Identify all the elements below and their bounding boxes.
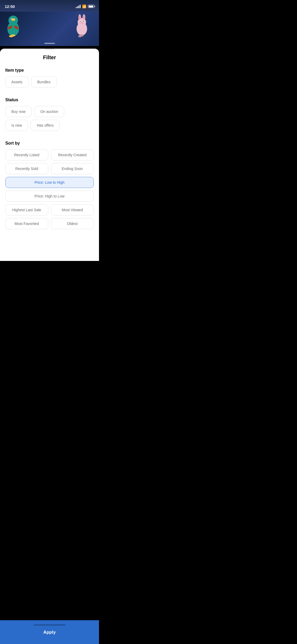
status-row-2: Is new Has offers	[5, 120, 94, 131]
sort-oldest[interactable]: Oldest	[51, 218, 94, 229]
svg-point-19	[81, 22, 83, 24]
sheet-title: Filter	[0, 50, 99, 63]
sort-price-low-high[interactable]: Price: Low to High	[5, 177, 94, 188]
status-section: Status Buy now On auction Is new Has off…	[0, 93, 99, 136]
sort-row-1: Recently Listed Recently Created	[5, 149, 94, 160]
status-row-1: Buy now On auction	[5, 106, 94, 117]
sort-row-6: Most Favorited Oldest	[5, 218, 94, 229]
item-type-assets[interactable]: Assets	[5, 76, 29, 88]
sort-by-label: Sort by	[5, 141, 94, 146]
svg-point-14	[83, 15, 85, 20]
status-bar: 12:50 📶	[0, 0, 99, 12]
hero-figure-right	[73, 14, 91, 38]
svg-point-13	[79, 15, 81, 20]
hero-figure-left	[3, 13, 24, 39]
sort-row-4: Price: High to Low	[5, 191, 94, 202]
sort-highest-last-sale[interactable]: Highest Last Sale	[5, 204, 48, 215]
svg-point-18	[83, 21, 84, 22]
status-label: Status	[5, 98, 94, 102]
sort-most-favorited[interactable]: Most Favorited	[5, 218, 48, 229]
svg-point-16	[80, 21, 81, 22]
battery-icon	[88, 5, 94, 8]
status-icons: 📶	[76, 4, 94, 8]
status-on-auction[interactable]: On auction	[34, 106, 64, 117]
drag-handle[interactable]	[44, 43, 55, 44]
sort-price-high-low[interactable]: Price: High to Low	[5, 191, 94, 202]
status-has-offers[interactable]: Has offers	[31, 120, 60, 131]
status-is-new[interactable]: Is new	[5, 120, 28, 131]
status-time: 12:50	[5, 4, 15, 9]
sort-row-2: Recently Sold Ending Soon	[5, 163, 94, 174]
item-type-label: Item type	[5, 68, 94, 73]
signal-icon	[76, 5, 81, 8]
status-buy-now[interactable]: Buy now	[5, 106, 32, 117]
svg-point-21	[78, 35, 82, 37]
sort-recently-sold[interactable]: Recently Sold	[5, 163, 48, 174]
filter-sheet: Filter Item type Assets Bundles Status B…	[0, 49, 99, 261]
wifi-icon: 📶	[82, 4, 86, 8]
sort-most-viewed[interactable]: Most Viewed	[51, 204, 94, 215]
sort-row-3: Price: Low to High	[5, 177, 94, 188]
sort-by-section: Sort by Recently Listed Recently Created…	[0, 136, 99, 234]
sort-recently-created[interactable]: Recently Created	[51, 149, 94, 160]
item-type-options: Assets Bundles	[5, 76, 94, 88]
item-type-bundles[interactable]: Bundles	[31, 76, 57, 88]
sort-row-5: Highest Last Sale Most Viewed	[5, 204, 94, 215]
sort-ending-soon[interactable]: Ending Soon	[51, 163, 94, 174]
sort-recently-listed[interactable]: Recently Listed	[5, 149, 48, 160]
hero-background	[0, 12, 99, 46]
svg-point-8	[9, 35, 13, 37]
item-type-section: Item type Assets Bundles	[0, 63, 99, 93]
svg-point-4	[11, 19, 12, 20]
